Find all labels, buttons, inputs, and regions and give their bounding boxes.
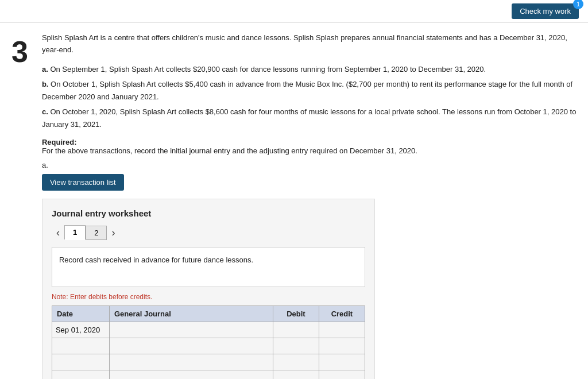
intro-text: Splish Splash Art is a centre that offer… <box>42 32 577 56</box>
gj-cell-0[interactable] <box>109 322 273 338</box>
credit-input-2[interactable] <box>319 354 365 370</box>
date-cell-0[interactable] <box>52 322 109 338</box>
view-transaction-button[interactable]: View transaction list <box>42 174 124 191</box>
date-input-0[interactable] <box>52 322 109 338</box>
required-section: Required: For the above transactions, re… <box>42 138 577 155</box>
question-number: 3 <box>0 23 42 379</box>
required-label: Required: <box>42 138 77 146</box>
debit-cell-3[interactable] <box>273 370 319 379</box>
date-input-1[interactable] <box>52 338 109 354</box>
gj-input-0[interactable] <box>110 322 273 338</box>
gj-cell-2[interactable] <box>109 354 273 370</box>
tab-2-button[interactable]: 2 <box>86 226 107 240</box>
list-item-a: a. On September 1, Splish Spash Art coll… <box>42 63 577 76</box>
credit-cell-2[interactable] <box>319 354 365 370</box>
header-date: Date <box>52 306 109 322</box>
debit-input-1[interactable] <box>273 338 319 354</box>
check-work-button[interactable]: Check my work 1 <box>512 3 579 19</box>
header-general-journal: General Journal <box>109 306 273 322</box>
gj-cell-1[interactable] <box>109 338 273 354</box>
section-label: a. <box>42 161 577 169</box>
view-transaction-label: View transaction list <box>50 178 116 187</box>
instruction-text: Record cash received in advance for futu… <box>59 256 253 264</box>
main-content: 3 Splish Splash Art is a centre that off… <box>0 23 588 379</box>
notification-badge: 1 <box>573 0 583 9</box>
required-text: For the above transactions, record the i… <box>42 146 577 155</box>
top-bar: Check my work 1 <box>0 0 588 23</box>
credit-input-3[interactable] <box>319 370 365 379</box>
gj-input-1[interactable] <box>110 338 273 354</box>
gj-input-2[interactable] <box>110 354 273 370</box>
header-credit: Credit <box>319 306 365 322</box>
table-row <box>52 322 365 338</box>
list-item-b: b. On October 1, Splish Splash Art colle… <box>42 78 577 103</box>
worksheet-container: Journal entry worksheet ‹ 1 2 › Record c… <box>42 199 375 379</box>
debit-input-2[interactable] <box>273 354 319 370</box>
table-row <box>52 338 365 354</box>
date-input-3[interactable] <box>52 370 109 379</box>
content-area: Splish Splash Art is a centre that offer… <box>42 23 588 379</box>
prev-tab-button[interactable]: ‹ <box>52 226 64 240</box>
debit-cell-2[interactable] <box>273 354 319 370</box>
list-item-c: c. On October 1, 2020, Splish Splash Art… <box>42 106 577 131</box>
credit-cell-0[interactable] <box>319 322 365 338</box>
journal-table: Date General Journal Debit Credit <box>52 305 365 379</box>
tab-1-button[interactable]: 1 <box>64 225 86 240</box>
table-row <box>52 370 365 379</box>
date-cell-1[interactable] <box>52 338 109 354</box>
tab-2-label: 2 <box>94 229 98 237</box>
date-cell-3[interactable] <box>52 370 109 379</box>
debit-cell-1[interactable] <box>273 338 319 354</box>
credit-input-0[interactable] <box>319 322 365 338</box>
table-row <box>52 354 365 370</box>
credit-input-1[interactable] <box>319 338 365 354</box>
instruction-box: Record cash received in advance for futu… <box>52 247 365 287</box>
note-text: Note: Enter debits before credits. <box>52 293 365 301</box>
check-work-label: Check my work <box>520 7 571 16</box>
date-input-2[interactable] <box>52 354 109 370</box>
next-tab-button[interactable]: › <box>107 226 119 240</box>
table-header-row: Date General Journal Debit Credit <box>52 306 365 322</box>
tab-1-label: 1 <box>73 228 77 237</box>
worksheet-title: Journal entry worksheet <box>52 208 365 218</box>
debit-input-3[interactable] <box>273 370 319 379</box>
gj-cell-3[interactable] <box>109 370 273 379</box>
tab-nav: ‹ 1 2 › <box>52 225 365 240</box>
credit-cell-3[interactable] <box>319 370 365 379</box>
gj-input-3[interactable] <box>110 370 273 379</box>
debit-input-0[interactable] <box>273 322 319 338</box>
list-items: a. On September 1, Splish Spash Art coll… <box>42 63 577 131</box>
date-cell-2[interactable] <box>52 354 109 370</box>
credit-cell-1[interactable] <box>319 338 365 354</box>
header-debit: Debit <box>273 306 319 322</box>
debit-cell-0[interactable] <box>273 322 319 338</box>
